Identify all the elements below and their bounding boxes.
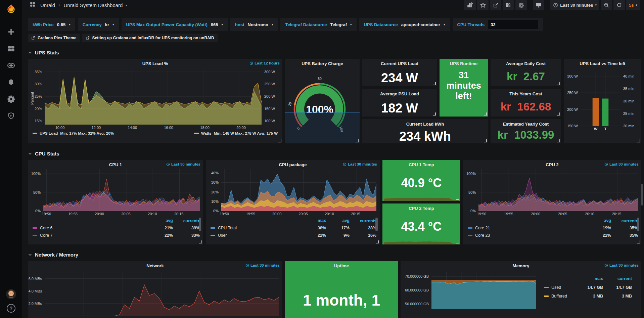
legend-series[interactable]: CPU Total (211, 226, 303, 230)
server-admin-shield-icon[interactable] (4, 108, 18, 123)
legend-header-current[interactable]: current▾ (350, 218, 376, 223)
panel-title[interactable]: UPS Battery Charge (302, 61, 343, 66)
dashboards-icon[interactable] (4, 41, 18, 56)
legend-header-avg[interactable]: avg (149, 218, 173, 223)
share-dashboard-button[interactable] (490, 0, 501, 10)
cpu-threads-input[interactable] (488, 20, 538, 29)
panel-time-link[interactable]: Last 30 minutes (343, 162, 377, 166)
y-axis-left: 6.0 MBs4.0 MBs2.0 MBs (30, 272, 45, 316)
explore-compass-icon[interactable] (4, 58, 18, 73)
panel-time-link[interactable]: Last 30 minutes (604, 162, 639, 166)
legend-header-current[interactable]: current▾ (173, 218, 200, 223)
top-navbar: Unraid › Unraid System Dashboard ▾ (22, 0, 644, 10)
panel-time-link[interactable]: Last 12 hours (249, 61, 280, 65)
ups-load-time-bar-chart[interactable] (581, 72, 620, 126)
variable-telegraf-datasource[interactable]: Telegraf Datasource Telegraf ▾ (280, 18, 356, 31)
dashboard-grid-icon[interactable] (30, 1, 36, 9)
legend-series[interactable]: Used (544, 285, 574, 290)
legend-series[interactable]: Core 6 (33, 226, 149, 230)
panel-title[interactable]: Average Daily Cost (506, 61, 546, 66)
configuration-gear-icon[interactable] (4, 92, 18, 106)
legend-series[interactable]: User (211, 233, 303, 238)
legend-series[interactable]: Core 21 (468, 226, 588, 230)
panel-title[interactable]: UPS Load % (142, 61, 168, 66)
panel-title[interactable]: CPU 2 (546, 162, 558, 167)
panel-time-link[interactable]: Last 30 minutes (166, 162, 200, 166)
variable-ups-max-output[interactable]: UPS Max Output Power Capacity (Watt) 865… (122, 18, 228, 31)
chevron-down-icon (28, 50, 32, 55)
kiosk-mode-button[interactable] (533, 0, 544, 10)
section-ups-stats[interactable]: UPS Stats (28, 50, 641, 55)
section-cpu-stats[interactable]: CPU Stats (28, 151, 641, 156)
add-icon[interactable] (4, 25, 18, 39)
legend-header-max[interactable]: max (574, 276, 603, 281)
alerting-bell-icon[interactable] (4, 75, 18, 90)
grafana-logo-icon[interactable] (5, 4, 17, 15)
x-axis: WT (581, 126, 620, 132)
save-dashboard-button[interactable] (503, 0, 514, 10)
variable-ups-datasource[interactable]: UPS Datasource apcupsd-container ▾ (359, 18, 450, 31)
legend-scrollbar[interactable] (199, 218, 201, 231)
battery-gauge[interactable]: 02050100100% (285, 77, 360, 134)
legend-swatch (194, 133, 199, 134)
section-network-memory[interactable]: Network / Memory (28, 252, 641, 258)
panel-title[interactable]: Current Load kWh (406, 122, 444, 127)
panel-title[interactable]: CPU 2 Temp (409, 206, 434, 211)
legend-watts[interactable]: Watts Min: 148 W Max: 278 W Avg: 175 W (194, 131, 278, 135)
panel-title[interactable]: CPU package (279, 162, 307, 167)
cpu1-chart[interactable] (43, 169, 200, 211)
legend-ups-load[interactable]: UPS Load Min: 17% Max: 32% Avg: 20% (33, 131, 114, 135)
panel-title[interactable]: Uptime (334, 263, 349, 268)
panel-title[interactable]: UPS Runtime (450, 61, 477, 66)
network-chart[interactable] (45, 272, 279, 316)
panel-title[interactable]: CPU 1 Temp (409, 162, 434, 167)
link-ups-monitoring-guide[interactable]: Setting up Grafana and InfluxDB for UPS … (82, 34, 217, 42)
panel-time-link[interactable]: Last 30 minutes (245, 263, 280, 267)
link-label: Grafana Plex Theme (38, 36, 76, 40)
cpu2-chart[interactable] (478, 169, 638, 211)
panel-title[interactable]: Current UPS Load (381, 61, 418, 66)
legend-header-current[interactable]: current▾ (611, 218, 638, 223)
legend-header-avg[interactable]: avg (326, 218, 350, 223)
legend-series[interactable]: Buffered (544, 294, 574, 299)
link-grafana-plex-theme[interactable]: Grafana Plex Theme (28, 34, 80, 42)
variable-kwh-price[interactable]: kWh Price 0.65 ▾ (28, 18, 75, 31)
user-avatar[interactable] (6, 289, 16, 299)
variable-currency[interactable]: Currency kr ▾ (78, 18, 119, 31)
legend-header-max[interactable]: max (303, 218, 326, 223)
page-scrollbar[interactable] (641, 0, 644, 318)
cpu-package-chart[interactable] (221, 169, 376, 211)
star-dashboard-button[interactable] (477, 0, 489, 10)
panel-title[interactable]: Network (146, 263, 164, 268)
memory-chart[interactable] (431, 272, 536, 309)
legend-scrollbar[interactable] (375, 218, 378, 231)
legend-header-avg[interactable]: avg (588, 218, 611, 223)
help-icon[interactable]: ? (7, 304, 15, 313)
add-panel-button[interactable] (464, 0, 476, 10)
breadcrumb-current[interactable]: Unraid System Dashboard (64, 2, 123, 8)
zoom-out-button[interactable] (601, 0, 612, 10)
variable-host[interactable]: host Nostromo ▾ (230, 18, 278, 31)
legend-header-current[interactable]: current (603, 276, 632, 281)
variable-value: kr (105, 22, 109, 27)
legend-series[interactable]: Core 23 (468, 233, 588, 238)
refresh-interval-picker[interactable]: 5s ▾ (626, 0, 640, 10)
panel-title[interactable]: CPU 1 (109, 162, 122, 167)
dashboard-settings-button[interactable] (515, 0, 527, 10)
ups-load-chart[interactable] (45, 68, 262, 125)
panel-time-link[interactable]: Last 30 minutes (604, 263, 639, 267)
chevron-down-icon[interactable]: ▾ (125, 3, 127, 7)
legend-series[interactable]: Core 7 (33, 233, 149, 238)
legend-scrollbar[interactable] (637, 218, 639, 231)
panel-title[interactable]: UPS Load vs Time left (580, 61, 625, 66)
panel-title[interactable]: This Years Cost (509, 91, 542, 96)
stat-value: 40.9 °C (382, 176, 460, 190)
panel-title[interactable]: Memory (513, 263, 530, 268)
external-link-icon (31, 36, 35, 40)
time-range-picker[interactable]: Last 30 minutes ▾ (550, 0, 599, 10)
refresh-button[interactable] (613, 0, 625, 10)
panel-title[interactable]: Average PSU Load (380, 91, 419, 96)
stat-value: 1 month, 1 (285, 291, 398, 309)
panel-title[interactable]: Estimated Yearly Cost (503, 122, 549, 127)
breadcrumb-root[interactable]: Unraid (40, 2, 55, 8)
